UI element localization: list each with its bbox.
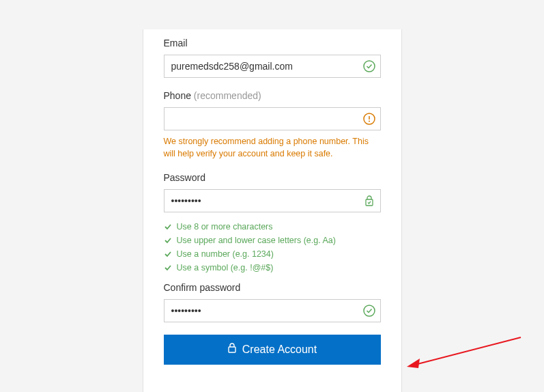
checkmark-circle-icon (363, 60, 375, 72)
checkmark-icon (164, 250, 172, 258)
create-account-button[interactable]: Create Account (164, 335, 381, 365)
password-input[interactable] (164, 189, 381, 212)
create-account-label: Create Account (242, 344, 317, 356)
checkmark-circle-icon (363, 305, 375, 317)
phone-label-main: Phone (164, 90, 191, 101)
phone-input[interactable] (164, 107, 381, 130)
svg-rect-6 (229, 347, 235, 352)
confirm-password-input-wrapper (164, 299, 381, 322)
requirement-text: Use a number (e.g. 1234) (177, 249, 274, 259)
checkmark-icon (164, 223, 172, 231)
warning-circle-icon (363, 113, 375, 125)
svg-point-0 (364, 61, 375, 72)
email-label: Email (164, 38, 381, 48)
page-container: Email Phone (recommended) (0, 0, 544, 392)
phone-label-secondary: (recommended) (191, 90, 261, 101)
password-input-wrapper (164, 189, 381, 212)
confirm-password-input[interactable] (164, 299, 381, 322)
requirement-text: Use upper and lower case letters (e.g. A… (177, 236, 336, 245)
signup-form-panel: Email Phone (recommended) (143, 29, 402, 392)
password-requirement-item: Use upper and lower case letters (e.g. A… (164, 236, 381, 245)
lock-check-icon (363, 195, 375, 207)
confirm-password-label: Confirm password (164, 282, 381, 293)
requirement-text: Use a symbol (e.g. !@#$) (177, 263, 274, 272)
password-label: Password (164, 172, 381, 183)
requirement-text: Use 8 or more characters (177, 222, 273, 232)
checkmark-icon (164, 264, 172, 272)
password-requirement-item: Use 8 or more characters (164, 222, 381, 232)
confirm-password-field-group: Confirm password (164, 282, 381, 322)
email-input-wrapper (164, 55, 381, 78)
svg-point-3 (369, 121, 370, 122)
password-requirement-item: Use a symbol (e.g. !@#$) (164, 263, 381, 272)
checkmark-icon (164, 236, 172, 244)
lock-icon (227, 343, 237, 356)
password-requirement-item: Use a number (e.g. 1234) (164, 249, 381, 259)
password-field-group: Password Use 8 or more characters (164, 172, 381, 272)
phone-input-wrapper (164, 107, 381, 130)
phone-field-group: Phone (recommended) We strongly recommen… (164, 90, 381, 160)
email-field-group: Email (164, 38, 381, 78)
password-requirements-list: Use 8 or more characters Use upper and l… (164, 222, 381, 272)
email-input[interactable] (164, 55, 381, 78)
svg-point-5 (364, 305, 375, 316)
phone-help-text: We strongly recommend adding a phone num… (164, 136, 381, 160)
phone-label: Phone (recommended) (164, 90, 381, 101)
